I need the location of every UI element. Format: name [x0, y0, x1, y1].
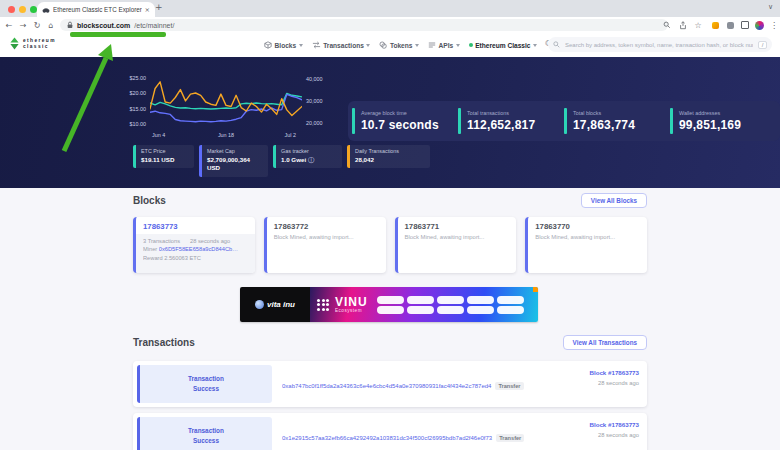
transaction-block-info: Block #17863773 28 seconds ago — [547, 417, 643, 450]
nav-blocks[interactable]: Blocks — [264, 41, 303, 49]
tx-hash-link[interactable]: 0x1e2915c57aa32efb66ca4292492a103831dc34… — [282, 435, 492, 441]
block-number-link[interactable]: 17863773 — [136, 217, 255, 234]
legend-market-cap[interactable]: Market Cap $2,709,000,364 USD — [199, 145, 268, 177]
chart-x-axis: Jun 4 Jun 18 Jul 2 — [150, 132, 302, 140]
ad-content: VINU Ecosystem — [310, 287, 538, 322]
stat-accent-bar — [458, 108, 461, 134]
network-stats-panel: Average block time10.7 seconds Total tra… — [348, 101, 780, 141]
ad-banner[interactable]: vita inu VINU Ecosystem — [240, 287, 538, 322]
ad-title: VINU — [335, 296, 368, 308]
browser-menu-icon[interactable]: ⋮ — [768, 17, 780, 33]
tx-hash-link[interactable]: 0xab747bc0f1ff5da2a34363c6e4e6cbc4d54a0e… — [282, 383, 491, 389]
api-lines-icon — [428, 41, 436, 49]
legend-daily-transactions[interactable]: Daily Transactions 28,042 — [347, 145, 430, 168]
etc-diamond-icon — [9, 37, 20, 50]
profile-avatar[interactable] — [753, 17, 765, 33]
block-card[interactable]: 17863771 Block Mined, awaiting import... — [395, 217, 517, 273]
home-button[interactable]: ⌂ — [45, 17, 57, 33]
site-header: ethereum classic Blocks Transactions Tok… — [0, 33, 780, 57]
ad-marker — [533, 287, 538, 292]
back-button[interactable]: ← — [3, 17, 15, 33]
search-bar[interactable]: / — [548, 37, 772, 52]
block-card-featured[interactable]: 17863773 3 Transactions28 seconds ago Mi… — [133, 217, 255, 273]
blocks-title: Blocks — [133, 195, 166, 206]
chart-y-axis-left: $25.00 $20.00 $15.00 $10.00 — [116, 75, 146, 129]
transactions-section-header: Transactions View All Transactions — [133, 335, 647, 350]
extensions-puzzle-icon[interactable] — [724, 17, 736, 33]
url-host: blockscout.com — [77, 22, 130, 29]
close-window-button[interactable] — [8, 6, 15, 13]
vita-inu-logo-icon — [255, 300, 264, 309]
transactions-title: Transactions — [133, 337, 195, 348]
legend-gas-tracker[interactable]: Gas tracker 1.0 Gweiⓘ — [273, 145, 342, 168]
miner-address-link[interactable]: 0x6D5F58EE658a9cD844Cb42337... — [159, 245, 239, 253]
block-number[interactable]: 17863772 — [267, 217, 386, 234]
network-selector[interactable]: Ethereum Classic — [469, 42, 537, 49]
url-bar[interactable]: blockscout.com/etc/mainnet/ — [60, 19, 668, 31]
transaction-details: 0x1e2915c57aa32efb66ca4292492a103831dc34… — [272, 417, 547, 450]
window-controls — [8, 6, 37, 13]
info-icon[interactable]: ⓘ — [308, 156, 314, 163]
blocks-row: 17863773 3 Transactions28 seconds ago Mi… — [133, 217, 647, 273]
price-chart[interactable] — [150, 75, 302, 129]
browser-window: Ethereum Classic ETC Explorer × + ∨ ← → … — [0, 0, 780, 450]
blocks-section-header: Blocks View All Blocks — [133, 193, 647, 208]
tab-search-chevron-icon[interactable]: ∨ — [768, 3, 773, 11]
new-tab-button[interactable]: + — [155, 2, 163, 12]
view-all-blocks-button[interactable]: View All Blocks — [581, 193, 647, 208]
chevron-down-icon — [299, 44, 303, 47]
ethereum-classic-logo[interactable]: ethereum classic — [9, 37, 56, 50]
stat-accent-bar — [564, 108, 567, 134]
block-status: Block Mined, awaiting import... — [528, 234, 647, 240]
cube-icon — [264, 41, 272, 49]
block-card[interactable]: 17863770 Block Mined, awaiting import... — [525, 217, 647, 273]
extension-icon[interactable] — [709, 17, 721, 33]
block-card[interactable]: 17863772 Block Mined, awaiting import... — [264, 217, 386, 273]
tab-favicon — [42, 6, 50, 14]
vinu-dots-icon — [317, 299, 329, 311]
forward-button[interactable]: → — [17, 17, 29, 33]
ad-ecosystem-pills — [377, 296, 524, 314]
search-toolbar-icon[interactable] — [661, 17, 673, 33]
block-status: Block Mined, awaiting import... — [267, 234, 386, 240]
share-icon[interactable] — [677, 17, 689, 33]
reload-button[interactable]: ↻ — [31, 17, 43, 33]
stat-wallet-addresses: Wallet addresses99,851,169 — [670, 108, 776, 134]
lock-icon — [67, 21, 73, 29]
nav-tokens[interactable]: Tokens — [379, 41, 419, 49]
tab-close-icon[interactable]: × — [145, 6, 150, 14]
transaction-row[interactable]: Transaction Success 0xab747bc0f1ff5da2a3… — [133, 361, 647, 407]
bookmark-star-icon[interactable]: ☆ — [692, 17, 704, 33]
nav-apis[interactable]: APIs — [428, 41, 460, 49]
search-shortcut-badge: / — [758, 41, 767, 49]
tx-block-link[interactable]: Block #17863773 — [547, 421, 639, 428]
nav-transactions[interactable]: Transactions — [312, 41, 371, 49]
sidebar-icon[interactable] — [739, 17, 751, 33]
chevron-down-icon — [366, 44, 370, 47]
legend-etc-price[interactable]: ETC Price $19.11 USD — [133, 145, 194, 168]
tx-type-badge: Transfer — [495, 382, 523, 390]
stat-accent-bar — [352, 108, 355, 134]
transfer-arrows-icon — [312, 41, 321, 49]
transaction-block-info: Block #17863773 28 seconds ago — [547, 365, 643, 403]
coin-icon — [379, 41, 387, 49]
transaction-status-badge: Transaction Success — [137, 417, 272, 450]
transaction-details: 0xab747bc0f1ff5da2a34363c6e4e6cbc4d54a0e… — [272, 365, 547, 403]
tx-block-link[interactable]: Block #17863773 — [547, 369, 639, 376]
minimize-window-button[interactable] — [19, 6, 26, 13]
fullscreen-window-button[interactable] — [30, 6, 37, 13]
view-all-transactions-button[interactable]: View All Transactions — [563, 335, 647, 350]
transaction-status-badge: Transaction Success — [137, 365, 272, 403]
block-number[interactable]: 17863771 — [398, 217, 517, 234]
main-content: Blocks View All Blocks 17863773 3 Transa… — [0, 188, 780, 450]
chevron-down-icon — [456, 44, 460, 47]
chevron-down-icon — [533, 44, 537, 47]
network-status-dot — [469, 43, 473, 47]
transaction-row[interactable]: Transaction Success 0x1e2915c57aa32efb66… — [133, 413, 647, 450]
browser-tab[interactable]: Ethereum Classic ETC Explorer × — [37, 2, 155, 17]
logo-line1: ethereum — [23, 38, 56, 44]
block-number[interactable]: 17863770 — [528, 217, 647, 234]
chart-legend: ETC Price $19.11 USD Market Cap $2,709,0… — [133, 145, 430, 177]
chart-y-axis-right: 40,000 30,000 20,000 — [306, 75, 340, 129]
search-input[interactable] — [563, 41, 755, 49]
